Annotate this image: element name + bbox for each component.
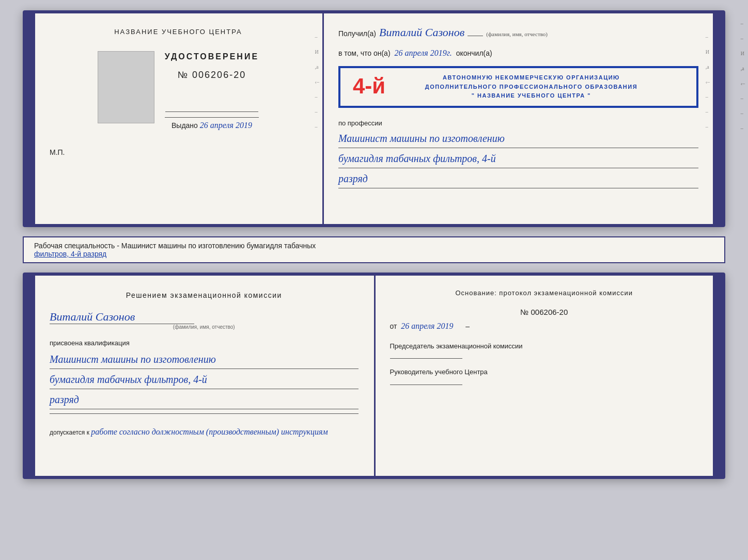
page-right-2: Основание: протокол экзаменационной коми…: [376, 276, 713, 476]
spine-right-2: [713, 276, 722, 476]
assigned-label: присвоена квалификация: [50, 339, 359, 347]
cert-main-title: УДОСТОВЕРЕНИЕ: [165, 52, 259, 61]
profession-line3: разряд: [338, 169, 698, 188]
person-name-area: Виталий Сазонов (фамилия, имя, отчество): [50, 310, 359, 330]
chairman-title: Председатель экзаменационной комиссии: [390, 341, 699, 351]
spine-right: [713, 13, 722, 224]
allow-label: допускается к: [50, 429, 89, 436]
spine-left: [26, 13, 35, 224]
cert-number: № 006206-20: [178, 70, 246, 81]
date-line-2: от 26 апреля 2019 –: [390, 322, 699, 331]
profession-label: по профессии: [338, 119, 698, 127]
person-subtitle: (фамилия, имя, отчество): [486, 31, 548, 37]
date-prefix: от: [390, 322, 397, 330]
stamp-line1: АВТОНОМНУЮ НЕКОММЕРЧЕСКУЮ ОРГАНИЗАЦИЮ: [373, 73, 689, 83]
finished-label: окончил(а): [456, 49, 492, 57]
person-name: Виталий Сазонов: [379, 26, 464, 39]
person-subtitle-2: (фамилия, имя, отчество): [50, 324, 359, 330]
basis-label: Основание: протокол экзаменационной коми…: [390, 288, 699, 298]
date-value: 26 апреля 2019: [401, 322, 453, 330]
issued-date: 26 апреля 2019: [200, 121, 252, 130]
qual-line1: Машинист машины по изготовлению: [50, 350, 359, 369]
mp-label: М.П.: [50, 148, 65, 156]
annotation-bar: Рабочая специальность - Машинист машины …: [23, 236, 725, 263]
in-that-label: в том, что он(а): [338, 49, 391, 57]
stamp-number: 4-й: [353, 75, 385, 97]
date-handwritten: 26 апреля 2019г.: [395, 49, 452, 58]
date-line: в том, что он(а) 26 апреля 2019г. окончи…: [338, 49, 698, 58]
side-marks: –И,а‹––––: [315, 34, 319, 130]
qual-line2: бумагидля табачных фильтров, 4-й: [50, 370, 359, 389]
document-book-2: Решением экзаменационной комиссии Витали…: [23, 273, 725, 479]
stamp-line2: ДОПОЛНИТЕЛЬНОГО ПРОФЕССИОНАЛЬНОГО ОБРАЗО…: [373, 83, 689, 92]
annotation-underlined: фильтров, 4-й разряд: [34, 250, 106, 258]
profession-line1: Машинист машины по изготовлению: [338, 129, 698, 148]
received-label: Получил(а): [338, 29, 376, 38]
allow-area: допускается к работе согласно должностны…: [50, 427, 359, 437]
cert-issued-line: Выдано 26 апреля 2019: [165, 117, 259, 130]
chairman-sign-line: [390, 358, 462, 359]
recipient-line: Получил(а) Виталий Сазонов (фамилия, имя…: [338, 26, 698, 39]
person-name-2: Виталий Сазонов: [50, 310, 135, 324]
center-head-title: Руководитель учебного Центра: [390, 367, 699, 377]
side-marks-right: –И,а‹––––: [706, 34, 710, 130]
page-left-2: Решением экзаменационной комиссии Витали…: [35, 276, 376, 476]
stamp-box: 4-й АВТОНОМНУЮ НЕКОММЕРЧЕСКУЮ ОРГАНИЗАЦИ…: [338, 66, 698, 108]
profession-line2: бумагидля табачных фильтров, 4-й: [338, 149, 698, 168]
section-title: Решением экзаменационной комиссии: [50, 290, 359, 301]
qual-line3: разряд: [50, 390, 359, 409]
issued-label: Выдано: [172, 121, 198, 130]
photo-placeholder: [98, 51, 154, 123]
page-left-1: НАЗВАНИЕ УЧЕБНОГО ЦЕНТРА УДОСТОВЕРЕНИЕ №…: [35, 13, 324, 224]
center-head-sign-line: [390, 385, 462, 385]
annotation-text: Рабочая специальность - Машинист машины …: [34, 242, 316, 250]
number-line: № 006206-20: [390, 308, 699, 316]
page-title: НАЗВАНИЕ УЧЕБНОГО ЦЕНТРА: [114, 28, 242, 36]
spine-left-2: [26, 276, 35, 476]
document-book-1: НАЗВАНИЕ УЧЕБНОГО ЦЕНТРА УДОСТОВЕРЕНИЕ №…: [23, 10, 725, 227]
allow-text: работе согласно должностным (производств…: [91, 427, 328, 436]
page-right-1: Получил(а) Виталий Сазонов (фамилия, имя…: [324, 13, 713, 224]
profession-section: по профессии Машинист машины по изготовл…: [338, 119, 698, 189]
stamp-line3: " НАЗВАНИЕ УЧЕБНОГО ЦЕНТРА ": [373, 91, 689, 101]
